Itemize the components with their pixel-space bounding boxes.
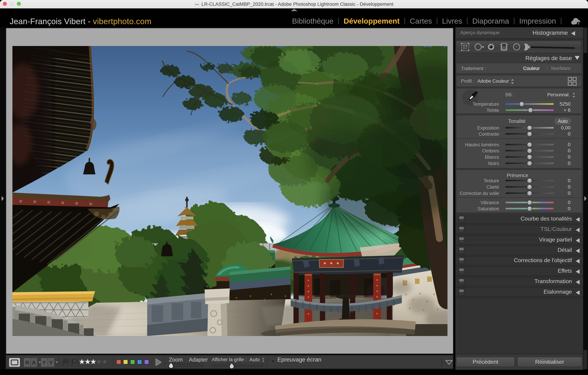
svg-text:R: R — [25, 360, 29, 365]
svg-text:Y: Y — [49, 360, 53, 365]
svg-text:Y: Y — [42, 360, 46, 365]
svg-text:A: A — [32, 360, 36, 365]
